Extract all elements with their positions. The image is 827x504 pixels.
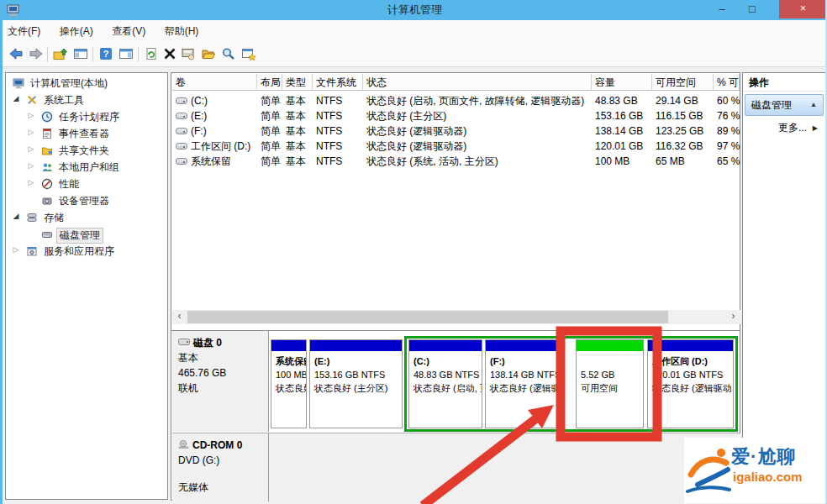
column-header-capacity[interactable]: 容量 bbox=[592, 74, 652, 91]
disk0-status: 联机 bbox=[178, 381, 262, 396]
column-header-type[interactable]: 类型 bbox=[282, 74, 313, 91]
horizontal-scrollbar[interactable]: ‹ › bbox=[172, 310, 740, 324]
partition-color-bar bbox=[310, 340, 402, 351]
partition-system-reserved[interactable]: 系统保留100 MB NTFS状态良好 (系统, bbox=[271, 339, 307, 428]
partition-d[interactable]: 工作区间 (D:)120.01 GB NTFS状态良好 (逻辑驱动 bbox=[647, 339, 734, 428]
open-icon[interactable] bbox=[199, 45, 218, 64]
actions-header: 操作 bbox=[743, 73, 825, 92]
sidebar-item-task-scheduler[interactable]: 任务计划程序 bbox=[6, 109, 167, 125]
watermark-site: igaliao.com bbox=[733, 470, 803, 484]
volume-row-c[interactable]: (C:) 简单基本 NTFS状态良好 (启动, 页面文件, 故障转储, 逻辑驱动… bbox=[172, 93, 740, 108]
volume-row-e[interactable]: (E:) 简单基本 NTFS状态良好 (主分区) 153.16 GB116.15… bbox=[172, 108, 740, 123]
back-icon[interactable] bbox=[7, 45, 25, 64]
shared-folders-icon bbox=[41, 144, 53, 156]
scroll-left-icon[interactable]: ‹ bbox=[172, 310, 187, 324]
partition-c[interactable]: (C:)48.83 GB NTFS状态良好 (启动, 页面 bbox=[408, 339, 482, 428]
sidebar-item-disk-management[interactable]: 磁盘管理 bbox=[6, 227, 167, 243]
sidebar-item-label: 共享文件夹 bbox=[56, 144, 112, 158]
volume-drive-icon bbox=[176, 97, 187, 104]
column-header-freespace[interactable]: 可用空间 bbox=[652, 74, 714, 91]
maximize-button[interactable]: □ bbox=[738, 0, 766, 18]
sidebar-item-event-viewer[interactable]: 事件查看器 bbox=[6, 126, 167, 142]
watermark: 爱·尬聊 igaliao.com bbox=[714, 438, 827, 503]
expanded-icon[interactable] bbox=[11, 94, 21, 102]
cdrom-drive: DVD (G:) bbox=[178, 453, 262, 468]
partition-f[interactable]: (F:)138.14 GB NTFS状态良好 (逻辑驱动 bbox=[485, 339, 565, 428]
toolbar-separator bbox=[138, 47, 139, 62]
minimize-button[interactable]: – bbox=[708, 0, 736, 18]
refresh-icon[interactable] bbox=[142, 45, 161, 64]
system-tools-icon bbox=[26, 94, 38, 106]
collapsed-icon[interactable] bbox=[26, 144, 36, 153]
free-space-color-bar bbox=[577, 340, 643, 351]
disk0-size: 465.76 GB bbox=[178, 365, 262, 381]
svg-text:?: ? bbox=[103, 49, 109, 59]
properties-icon[interactable] bbox=[179, 45, 198, 64]
cdrom-media-status: 无媒体 bbox=[178, 480, 262, 495]
menu-action[interactable]: 操作(A) bbox=[52, 20, 101, 42]
menu-view[interactable]: 查看(V) bbox=[104, 20, 153, 42]
column-header-percent-free[interactable]: % 可 bbox=[714, 74, 740, 91]
sidebar-item-label: 服务和应用程序 bbox=[41, 244, 117, 259]
sidebar-item-performance[interactable]: 性能 bbox=[6, 176, 167, 192]
collapsed-icon[interactable] bbox=[26, 178, 36, 186]
sidebar-item-shared-folders[interactable]: 共享文件夹 bbox=[6, 143, 167, 159]
actions-disk-management-group[interactable]: 磁盘管理 bbox=[745, 94, 824, 116]
toolbar-separator bbox=[47, 47, 48, 62]
show-console-tree-icon[interactable] bbox=[51, 45, 70, 64]
collapsed-icon[interactable] bbox=[26, 128, 36, 136]
collapsed-icon[interactable] bbox=[26, 161, 36, 170]
customize-icon[interactable] bbox=[240, 45, 258, 64]
console-window-icon[interactable] bbox=[71, 45, 90, 64]
cdrom-info-card[interactable]: CD-ROM 0 DVD (G:) 无媒体 bbox=[172, 433, 269, 501]
watermark-title: 爱·尬聊 bbox=[731, 444, 796, 470]
action-pane-icon[interactable] bbox=[117, 45, 135, 64]
actions-more-button[interactable]: 更多... bbox=[745, 119, 824, 136]
sidebar-item-label: 系统工具 bbox=[41, 93, 87, 108]
sidebar-item-label: 设备管理器 bbox=[56, 194, 112, 208]
volume-drive-icon bbox=[176, 113, 187, 119]
actions-pane: 操作 磁盘管理 更多... bbox=[742, 72, 826, 501]
menu-bar: 文件(F) 操作(A) 查看(V) 帮助(H) bbox=[0, 20, 827, 42]
sidebar-item-label: 性能 bbox=[56, 177, 82, 192]
disk0-info-card[interactable]: 磁盘 0 基本 465.76 GB 联机 bbox=[172, 331, 269, 432]
sidebar-item-computer-management[interactable]: 计算机管理(本地) bbox=[6, 76, 167, 92]
menu-file[interactable]: 文件(F) bbox=[0, 20, 48, 42]
collapsed-icon[interactable] bbox=[26, 111, 36, 119]
delete-icon[interactable] bbox=[161, 45, 179, 64]
column-header-filesystem[interactable]: 文件系统 bbox=[313, 74, 363, 91]
sidebar-item-device-manager[interactable]: 设备管理器 bbox=[6, 193, 167, 209]
volume-drive-icon bbox=[176, 158, 187, 165]
expanded-icon[interactable] bbox=[11, 212, 21, 220]
volume-row-system-reserved[interactable]: 系统保留 简单基本 NTFS状态良好 (系统, 活动, 主分区) 100 MB6… bbox=[172, 154, 740, 169]
disk-management-icon bbox=[41, 228, 53, 240]
column-header-volume[interactable]: 卷 bbox=[172, 74, 257, 91]
menu-help[interactable]: 帮助(H) bbox=[157, 20, 207, 42]
services-icon bbox=[26, 245, 38, 257]
partition-free-space[interactable]: 5.52 GB可用空间 bbox=[576, 339, 644, 428]
performance-icon bbox=[41, 178, 53, 190]
volume-row-f[interactable]: (F:) 简单基本 NTFS状态良好 (逻辑驱动器) 138.14 GB123.… bbox=[172, 123, 740, 139]
sidebar-item-system-tools[interactable]: 系统工具 bbox=[6, 92, 167, 108]
volume-row-d[interactable]: 工作区间 (D:) 简单基本 NTFS状态良好 (逻辑驱动器) 120.01 G… bbox=[172, 139, 740, 154]
storage-icon bbox=[26, 212, 38, 223]
column-header-status[interactable]: 状态 bbox=[363, 74, 592, 91]
titlebar[interactable]: 计算机管理 – □ × bbox=[0, 0, 827, 20]
volume-drive-icon bbox=[176, 128, 187, 134]
column-header-layout[interactable]: 布局 bbox=[257, 74, 282, 91]
scroll-right-icon[interactable]: › bbox=[726, 310, 740, 324]
partition-e[interactable]: (E:)153.16 GB NTFS状态良好 (主分区) bbox=[309, 339, 403, 428]
sidebar-item-label: 存储 bbox=[41, 211, 66, 225]
sidebar-item-services-applications[interactable]: 服务和应用程序 bbox=[6, 244, 167, 260]
sidebar-item-local-users-groups[interactable]: 本地用户和组 bbox=[6, 160, 167, 176]
scrollbar-thumb[interactable] bbox=[187, 311, 668, 323]
sidebar-item-label: 本地用户和组 bbox=[56, 160, 122, 175]
computer-management-window: 计算机管理 – □ × 文件(F) 操作(A) 查看(V) 帮助(H) ? bbox=[0, 0, 827, 504]
close-button[interactable]: × bbox=[779, 0, 827, 18]
search-icon[interactable] bbox=[219, 45, 238, 64]
help-icon[interactable]: ? bbox=[97, 45, 115, 64]
collapsed-icon[interactable] bbox=[11, 245, 21, 254]
partition-color-bar bbox=[271, 340, 306, 351]
forward-icon[interactable] bbox=[27, 45, 45, 64]
sidebar-item-storage[interactable]: 存储 bbox=[6, 210, 167, 226]
